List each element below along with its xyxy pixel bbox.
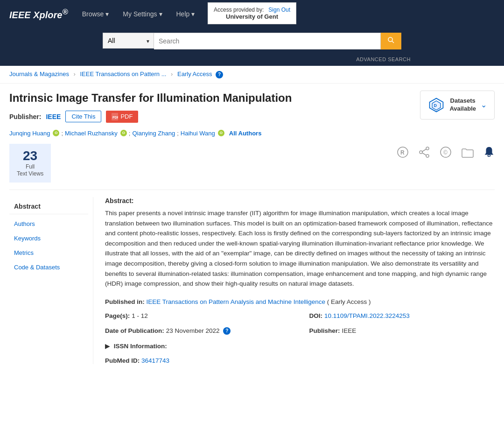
pages-value: 1 - 12 — [132, 312, 148, 319]
svg-text:D: D — [434, 103, 437, 107]
pages-label: Page(s): — [105, 312, 130, 319]
pages-item: Page(s): 1 - 12 — [105, 312, 291, 319]
authors-row: Junqing Huang O ; Michael Ruzhansky O ; … — [9, 130, 495, 137]
publisher-meta-label: Publisher: — [309, 327, 340, 334]
author-2[interactable]: Qianying Zhang — [132, 130, 175, 137]
search-icon — [387, 36, 395, 44]
sidebar-item-keywords[interactable]: Keywords — [9, 231, 88, 246]
svg-point-16 — [488, 155, 490, 156]
published-in-row: Published in: IEEE Transactions on Patte… — [105, 298, 495, 305]
advanced-search-link[interactable]: ADVANCED SEARCH — [356, 56, 411, 62]
pubmed-label: PubMed ID: — [105, 357, 140, 364]
author-0[interactable]: Junqing Huang — [9, 130, 50, 137]
breadcrumb: Journals & Magazines › IEEE Transactions… — [0, 66, 504, 84]
datasets-label: DatasetsAvailable — [449, 97, 476, 113]
svg-point-11 — [426, 155, 429, 157]
search-category-select[interactable]: All — [103, 33, 154, 49]
university-name: University of Gent — [214, 13, 290, 20]
copyright-icon: © — [440, 146, 452, 158]
pdf-icon: PDF — [112, 113, 118, 120]
doi-link[interactable]: 10.1109/TPAMI.2022.3224253 — [324, 312, 410, 319]
doi-label: DOI: — [309, 312, 323, 319]
share-icon — [418, 146, 430, 158]
body-layout: Abstract Authors Keywords Metrics Code &… — [9, 197, 495, 364]
issn-row: ▶ ISSN Information: — [105, 342, 495, 350]
registered-button[interactable]: R — [397, 146, 409, 158]
search-button[interactable] — [381, 33, 401, 49]
cite-button[interactable]: Cite This — [65, 111, 101, 122]
datasets-icon: D — [428, 97, 445, 113]
svg-line-13 — [422, 153, 426, 155]
advanced-search-row: ADVANCED SEARCH — [0, 56, 504, 66]
header-left: IEEE Xplore® Browse ▾ My Settings ▾ Help… — [9, 7, 195, 21]
save-button[interactable] — [461, 146, 474, 158]
help-nav[interactable]: Help ▾ — [176, 10, 195, 18]
text-views-stats: 23 FullText Views — [9, 144, 51, 183]
article-body: Abstract: This paper presents a novel in… — [93, 197, 495, 364]
publisher-item: Publisher: IEEE — [309, 327, 495, 335]
breadcrumb-help-icon[interactable]: ? — [216, 71, 223, 78]
logo-xplore: Xplore — [33, 10, 62, 20]
svg-text:PDF: PDF — [112, 116, 118, 119]
stats-number: 23 — [17, 148, 43, 163]
copyright-button[interactable]: © — [440, 146, 452, 158]
date-value: 23 November 2022 — [166, 327, 220, 334]
search-input[interactable] — [154, 33, 381, 49]
title-left: Intrinsic Image Transfer for Illuminatio… — [9, 91, 411, 123]
stats-actions-row: 23 FullText Views R — [9, 144, 495, 190]
title-section: Intrinsic Image Transfer for Illuminatio… — [9, 91, 495, 123]
sidebar-abstract-title: Abstract — [9, 197, 88, 214]
folder-icon — [461, 146, 474, 158]
breadcrumb-early-access[interactable]: Early Access — [177, 70, 212, 77]
svg-line-1 — [392, 41, 394, 43]
issn-label: ISSN Information: — [114, 343, 167, 350]
search-container: All — [103, 33, 401, 49]
sign-out-link[interactable]: Sign Out — [268, 7, 290, 13]
publisher-label: Publisher: — [9, 113, 41, 120]
orcid-icon-0: O — [53, 130, 59, 136]
pdf-button[interactable]: PDF PDF — [106, 111, 138, 123]
main-content: Intrinsic Image Transfer for Illuminatio… — [0, 84, 504, 371]
stats-label: FullText Views — [17, 163, 43, 178]
breadcrumb-journals[interactable]: Journals & Magazines — [9, 70, 69, 77]
issn-toggle-arrow[interactable]: ▶ — [105, 343, 110, 350]
publisher-row: Publisher: IEEE Cite This PDF PDF — [9, 111, 411, 123]
svg-line-12 — [422, 149, 426, 151]
sidebar-item-code-datasets[interactable]: Code & Datasets — [9, 260, 88, 274]
access-info-box: Access provided by: Sign Out University … — [208, 2, 296, 24]
pubmed-row: PubMed ID: 36417743 — [105, 357, 495, 364]
abstract-label: Abstract: — [105, 197, 495, 204]
ieee-xplore-logo: IEEE Xplore® — [9, 7, 68, 21]
orcid-icon-3: O — [218, 130, 224, 136]
svg-point-10 — [420, 151, 422, 154]
author-3[interactable]: Haihui Wang — [181, 130, 215, 137]
pubmed-link[interactable]: 36417743 — [141, 357, 169, 364]
sidebar-item-authors[interactable]: Authors — [9, 217, 88, 231]
alert-button[interactable] — [483, 146, 495, 158]
datasets-box[interactable]: D DatasetsAvailable ⌄ — [420, 91, 495, 120]
my-settings-nav[interactable]: My Settings ▾ — [123, 10, 162, 18]
author-1[interactable]: Michael Ruzhansky — [65, 130, 118, 137]
sidebar-item-metrics[interactable]: Metrics — [9, 246, 88, 260]
share-button[interactable] — [418, 146, 430, 158]
breadcrumb-transactions[interactable]: IEEE Transactions on Pattern ... — [80, 70, 167, 77]
browse-nav[interactable]: Browse ▾ — [82, 10, 109, 18]
article-title: Intrinsic Image Transfer for Illuminatio… — [9, 91, 411, 105]
bell-icon — [483, 146, 495, 158]
abstract-text: This paper presents a novel intrinsic im… — [105, 208, 495, 289]
pages-doi-row: Page(s): 1 - 12 DOI: 10.1109/TPAMI.2022.… — [105, 312, 495, 319]
date-label: Date of Publication: — [105, 327, 164, 334]
published-in-journal-link[interactable]: IEEE Transactions on Pattern Analysis an… — [147, 298, 325, 305]
registered-icon: R — [397, 146, 409, 158]
logo-registered: ® — [62, 7, 68, 16]
sidebar: Abstract Authors Keywords Metrics Code &… — [9, 197, 93, 364]
published-in-label: Published in: — [105, 298, 145, 305]
svg-text:R: R — [400, 149, 405, 156]
all-authors-link[interactable]: All Authors — [229, 130, 262, 137]
svg-text:©: © — [443, 149, 448, 156]
datasets-chevron-icon: ⌄ — [481, 100, 487, 109]
access-provided-label: Access provided by: — [214, 7, 264, 13]
orcid-icon-1: O — [120, 130, 127, 136]
publisher-name: IEEE — [46, 113, 61, 120]
date-help-icon[interactable]: ? — [223, 327, 231, 335]
